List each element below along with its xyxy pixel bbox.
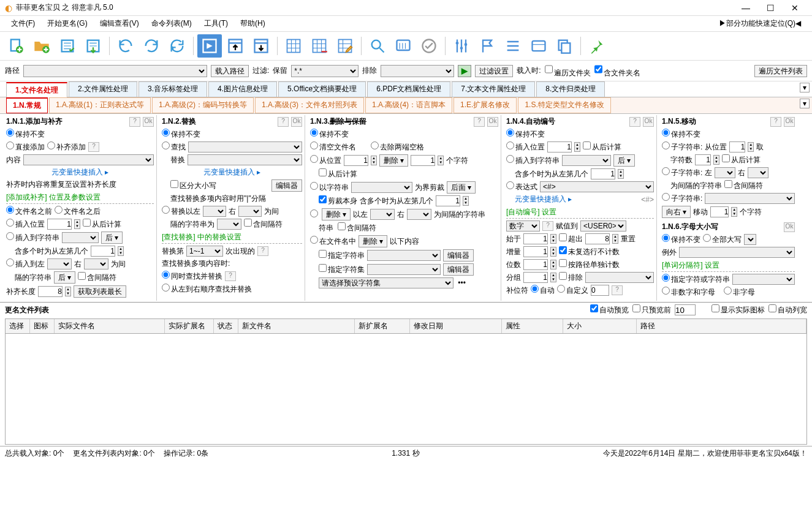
p3-right-val[interactable] xyxy=(407,209,431,220)
p5-toright[interactable]: 向右 ▾ xyxy=(662,206,691,218)
p4-custom[interactable]: 自定义 xyxy=(557,285,588,296)
p1-after[interactable]: 文件名之后 xyxy=(55,206,101,217)
p4-exclude-val[interactable] xyxy=(585,272,654,283)
spin[interactable]: ▲▼ xyxy=(550,247,556,257)
p5-sub2[interactable]: 子字符串: xyxy=(662,167,702,178)
stab-adv4[interactable]: 1.A.高级(4)：语言脚本 xyxy=(365,97,452,113)
menu-quick[interactable]: ▶部分功能快速定位(Q)◀ xyxy=(713,17,807,30)
p2-search[interactable]: 查找 xyxy=(162,141,186,153)
p2-keep[interactable]: 保持不变 xyxy=(162,129,200,140)
p3-keep[interactable]: 保持不变 xyxy=(310,129,349,140)
traverse-check[interactable]: 遍历文件夹 xyxy=(545,63,591,78)
p6-nonchar[interactable]: 非字母 xyxy=(724,287,755,298)
th-status[interactable]: 状态 xyxy=(214,319,238,333)
p3-trim[interactable]: 去除两端空格 xyxy=(371,141,424,153)
p4-help[interactable]: ? xyxy=(629,117,640,127)
p1-complen-val[interactable] xyxy=(38,286,63,297)
p2-left-val[interactable] xyxy=(203,206,226,217)
p4-inc-val[interactable] xyxy=(523,246,548,257)
p2-containsep[interactable]: 含间隔符 xyxy=(244,219,283,230)
p3-bystr-val[interactable] xyxy=(351,182,412,193)
p6-spec-val[interactable] xyxy=(732,274,795,285)
p1-multi-val[interactable] xyxy=(91,246,115,257)
p3-clear[interactable]: 清空文件名 xyxy=(310,141,356,153)
tb-save-list[interactable] xyxy=(81,34,105,58)
stab-adv1[interactable]: 1.A.高级(1)：正则表达式等 xyxy=(49,97,151,113)
p3-fromback[interactable]: 从后计算 xyxy=(319,168,357,179)
p5-sub1[interactable]: 子字符串: xyxy=(662,141,702,153)
th-size[interactable]: 大小 xyxy=(563,319,637,333)
p5-chars-val[interactable] xyxy=(695,154,711,165)
p2-casesens[interactable]: 区分大小写 xyxy=(170,180,216,191)
p2-metaquick[interactable]: 元变量快捷插入 ▸ xyxy=(203,167,260,178)
spin[interactable]: ▲▼ xyxy=(612,234,618,244)
p1-content-input[interactable] xyxy=(23,154,154,165)
tb-grid-minus[interactable] xyxy=(307,34,332,58)
th-attr[interactable]: 属性 xyxy=(502,319,563,333)
tb-redo[interactable] xyxy=(139,34,164,58)
p4-start-val[interactable] xyxy=(523,233,548,244)
p1-metaquick[interactable]: 元变量快捷插入 ▸ xyxy=(51,167,108,178)
p4-number[interactable]: 数字 xyxy=(506,220,540,232)
p4-over[interactable]: 超出 xyxy=(559,233,583,244)
tab-filename[interactable]: 1.文件名处理 xyxy=(6,82,67,97)
p5-containsep[interactable]: 含间隔符 xyxy=(724,180,763,191)
spin[interactable]: ▲▼ xyxy=(574,142,580,152)
tb-grid[interactable] xyxy=(281,34,306,58)
p5-help[interactable]: ? xyxy=(770,117,781,127)
p5-left-val[interactable] xyxy=(715,167,735,178)
main-tabs-dd[interactable]: ▾ xyxy=(800,83,810,92)
p4-back[interactable]: 后 ▾ xyxy=(613,154,635,167)
tb-refresh[interactable] xyxy=(165,34,189,58)
spin[interactable]: ▲▼ xyxy=(713,155,719,165)
p5-right-val[interactable] xyxy=(748,167,768,178)
onlyprev-check[interactable]: 只预览前 xyxy=(632,304,671,315)
tb-flag[interactable] xyxy=(475,34,499,58)
p1-instostr[interactable]: 插入到字符串 xyxy=(6,232,59,243)
p3-help[interactable]: ? xyxy=(474,117,485,127)
menu-start[interactable]: 开始更名(G) xyxy=(41,17,93,30)
p5-keep[interactable]: 保持不变 xyxy=(662,129,700,140)
p5-ok[interactable]: Ok xyxy=(784,117,795,127)
p6-ok[interactable]: Ok xyxy=(784,222,795,232)
menu-tool[interactable]: 工具(T) xyxy=(198,17,234,30)
p3-ok[interactable]: Ok xyxy=(487,117,498,127)
tb-down[interactable] xyxy=(249,34,273,58)
p2-nth-val[interactable]: 1~-1 xyxy=(186,246,223,257)
p4-digits-val[interactable] xyxy=(523,259,548,270)
th-newext[interactable]: 新扩展名 xyxy=(355,319,410,333)
loadpath-button[interactable]: 载入路径 xyxy=(211,65,249,77)
p1-getmax[interactable]: 获取列表最长 xyxy=(74,285,126,298)
p1-instostr-val[interactable] xyxy=(62,232,99,243)
p2-replace-val[interactable] xyxy=(188,154,302,165)
p3-delop2[interactable]: 删除 ▾ xyxy=(359,235,387,247)
p1-inspos[interactable]: 插入位置 xyxy=(6,219,45,230)
p4-instostr[interactable]: 插入到字符串 xyxy=(506,155,560,166)
tab-fileattr[interactable]: 2.文件属性处理 xyxy=(69,81,137,97)
spin[interactable]: ▲▼ xyxy=(618,169,624,179)
p6-speccharstr[interactable]: 指定字符或字符串 xyxy=(662,274,730,285)
tab-text[interactable]: 7.文本文件属性处理 xyxy=(452,81,535,97)
spin[interactable]: ▲▼ xyxy=(731,207,737,217)
p5-fromback[interactable]: 从后计算 xyxy=(722,154,761,165)
p4-ok[interactable]: Ok xyxy=(643,117,654,127)
menu-file[interactable]: 文件(F) xyxy=(5,17,41,30)
table-body[interactable] xyxy=(6,334,806,444)
p1-before[interactable]: 文件名之前 xyxy=(6,206,52,217)
spin[interactable]: ▲▼ xyxy=(550,273,556,282)
p6-allupper[interactable]: 全部大写 xyxy=(703,234,742,245)
tb-open-folder[interactable] xyxy=(29,34,54,58)
p6-upper-sel[interactable] xyxy=(744,234,756,245)
tb-list[interactable] xyxy=(501,34,525,58)
tb-grid-edit[interactable] xyxy=(333,34,357,58)
menu-cmd[interactable]: 命令列表(M) xyxy=(145,17,198,30)
p3-del[interactable]: 删除 ▾ xyxy=(379,154,408,167)
exclude-select[interactable] xyxy=(381,65,454,77)
p4-multi-val[interactable] xyxy=(591,168,615,179)
apply-filter-button[interactable]: ▶ xyxy=(458,65,471,77)
filter-settings-button[interactable]: 过滤设置 xyxy=(475,65,513,77)
stab-ext[interactable]: 1.E.扩展名修改 xyxy=(453,97,517,113)
maximize-button[interactable]: ☐ xyxy=(758,3,783,13)
sub-tabs-dd[interactable]: ▾ xyxy=(800,99,810,108)
tb-copy[interactable] xyxy=(552,34,577,58)
